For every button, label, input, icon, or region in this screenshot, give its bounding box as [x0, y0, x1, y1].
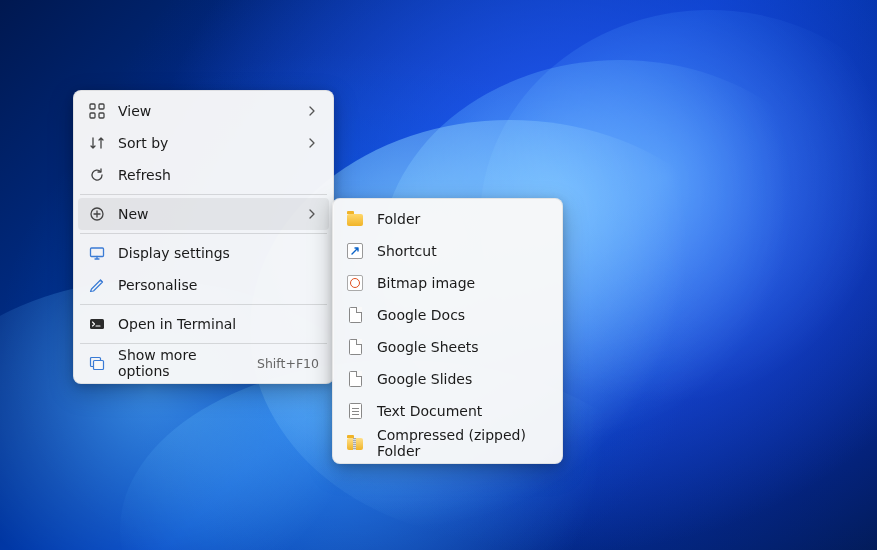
menu-item-show-more-options[interactable]: Show more options Shift+F10 [78, 347, 329, 379]
menu-label: Personalise [118, 277, 319, 293]
zip-folder-icon [347, 435, 363, 451]
svg-rect-2 [90, 113, 95, 118]
submenu-item-google-sheets[interactable]: Google Sheets [337, 331, 558, 363]
text-document-icon [347, 403, 363, 419]
menu-separator [80, 194, 327, 195]
menu-separator [80, 343, 327, 344]
menu-separator [80, 233, 327, 234]
new-submenu: Folder Shortcut Bitmap image Google Docs… [332, 198, 563, 464]
new-icon [88, 205, 106, 223]
menu-item-refresh[interactable]: Refresh [78, 159, 329, 191]
menu-label: Display settings [118, 245, 319, 261]
view-icon [88, 102, 106, 120]
refresh-icon [88, 166, 106, 184]
terminal-icon [88, 315, 106, 333]
menu-label: New [118, 206, 305, 222]
submenu-item-google-slides[interactable]: Google Slides [337, 363, 558, 395]
submenu-label: Google Slides [377, 371, 548, 387]
menu-item-display-settings[interactable]: Display settings [78, 237, 329, 269]
chevron-right-icon [305, 136, 319, 150]
sort-icon [88, 134, 106, 152]
submenu-item-google-docs[interactable]: Google Docs [337, 299, 558, 331]
personalise-icon [88, 276, 106, 294]
submenu-label: Bitmap image [377, 275, 548, 291]
svg-rect-1 [99, 104, 104, 109]
shortcut-icon [347, 243, 363, 259]
submenu-label: Text Document [377, 403, 548, 419]
svg-rect-8 [94, 361, 104, 370]
desktop-context-menu: View Sort by Refresh New [73, 90, 334, 384]
submenu-label: Shortcut [377, 243, 548, 259]
folder-icon [347, 211, 363, 227]
file-icon [347, 339, 363, 355]
submenu-item-compressed-folder[interactable]: Compressed (zipped) Folder [337, 427, 558, 459]
menu-item-sort-by[interactable]: Sort by [78, 127, 329, 159]
chevron-right-icon [305, 104, 319, 118]
submenu-label: Folder [377, 211, 548, 227]
menu-separator [80, 304, 327, 305]
display-icon [88, 244, 106, 262]
menu-item-new[interactable]: New [78, 198, 329, 230]
menu-label: View [118, 103, 305, 119]
submenu-label: Google Sheets [377, 339, 548, 355]
show-more-icon [88, 354, 106, 372]
submenu-item-bitmap-image[interactable]: Bitmap image [337, 267, 558, 299]
chevron-right-icon [305, 207, 319, 221]
submenu-label: Google Docs [377, 307, 548, 323]
svg-rect-3 [99, 113, 104, 118]
menu-item-open-terminal[interactable]: Open in Terminal [78, 308, 329, 340]
submenu-item-text-document[interactable]: Text Document [337, 395, 558, 427]
menu-item-personalise[interactable]: Personalise [78, 269, 329, 301]
submenu-item-shortcut[interactable]: Shortcut [337, 235, 558, 267]
menu-label: Open in Terminal [118, 316, 319, 332]
menu-shortcut: Shift+F10 [257, 356, 319, 371]
menu-label: Sort by [118, 135, 305, 151]
menu-item-view[interactable]: View [78, 95, 329, 127]
submenu-label: Compressed (zipped) Folder [377, 427, 548, 459]
svg-rect-6 [90, 319, 104, 329]
file-icon [347, 307, 363, 323]
submenu-item-folder[interactable]: Folder [337, 203, 558, 235]
menu-label: Show more options [118, 347, 249, 379]
desktop-wallpaper[interactable]: View Sort by Refresh New [0, 0, 877, 550]
svg-rect-5 [91, 248, 104, 257]
bitmap-icon [347, 275, 363, 291]
svg-rect-0 [90, 104, 95, 109]
file-icon [347, 371, 363, 387]
menu-label: Refresh [118, 167, 319, 183]
